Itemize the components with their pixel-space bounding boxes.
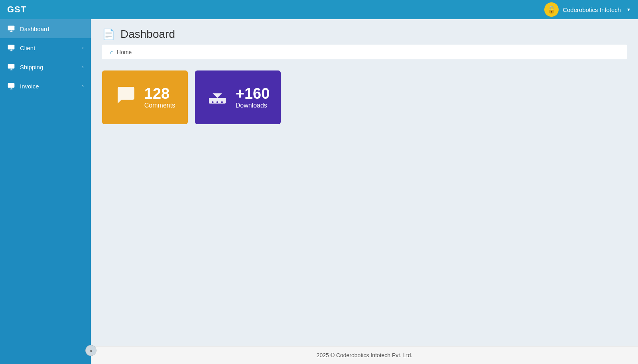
- page-title-icon: 📄: [102, 28, 115, 41]
- chevron-down-icon: ▼: [626, 7, 631, 12]
- chevron-right-icon: ›: [82, 45, 84, 51]
- footer-text: 2025 © Coderobotics Infotech Pvt. Ltd.: [317, 352, 413, 358]
- main-layout: Dashboard Client › Shipping › Invoice › …: [0, 19, 638, 364]
- chevron-right-icon-3: ›: [82, 83, 84, 89]
- lock-icon: 🔒: [544, 2, 559, 17]
- footer: 2025 © Coderobotics Infotech Pvt. Ltd.: [91, 346, 638, 364]
- sidebar-label-dashboard: Dashboard: [20, 25, 84, 32]
- app-logo: GST: [7, 4, 26, 15]
- svg-rect-0: [8, 26, 15, 31]
- page-header: 📄 Dashboard: [91, 19, 638, 45]
- sidebar-label-shipping: Shipping: [20, 64, 77, 70]
- comments-info: 128 Comments: [144, 86, 175, 110]
- home-icon: ⌂: [110, 49, 114, 55]
- user-name: Coderobotics Infotech: [563, 6, 621, 13]
- sidebar-item-invoice[interactable]: Invoice ›: [0, 76, 91, 96]
- breadcrumb-home: Home: [117, 49, 132, 55]
- client-icon: [7, 44, 15, 52]
- svg-rect-6: [8, 64, 15, 69]
- breadcrumb: ⌂ Home: [102, 45, 627, 59]
- svg-point-15: [216, 101, 218, 103]
- header: GST 🔒 Coderobotics Infotech ▼: [0, 0, 638, 19]
- user-menu[interactable]: 🔒 Coderobotics Infotech ▼: [544, 2, 631, 17]
- invoice-icon: [7, 82, 15, 90]
- sidebar-item-dashboard[interactable]: Dashboard: [0, 19, 91, 38]
- downloads-label: Downloads: [236, 102, 267, 109]
- main-content: 📄 Dashboard ⌂ Home 128 Comments: [91, 19, 638, 364]
- sidebar-item-client[interactable]: Client ›: [0, 38, 91, 57]
- downloads-info: +160 Downloads: [236, 86, 270, 110]
- downloads-icon: [206, 84, 228, 111]
- comments-card[interactable]: 128 Comments: [102, 70, 188, 124]
- sidebar-item-shipping[interactable]: Shipping ›: [0, 57, 91, 76]
- comments-count: 128: [144, 86, 169, 102]
- chevron-right-icon-2: ›: [82, 64, 84, 70]
- downloads-count: +160: [236, 86, 270, 102]
- svg-rect-9: [8, 83, 15, 88]
- svg-point-14: [212, 101, 214, 103]
- shipping-icon: [7, 63, 15, 71]
- downloads-card[interactable]: +160 Downloads: [195, 70, 281, 124]
- sidebar: Dashboard Client › Shipping › Invoice › …: [0, 19, 91, 364]
- dashboard-icon: [7, 25, 15, 33]
- svg-point-16: [221, 101, 223, 103]
- comments-icon: [115, 84, 137, 111]
- sidebar-label-invoice: Invoice: [20, 83, 77, 90]
- cards-area: 128 Comments: [91, 59, 638, 135]
- sidebar-collapse-button[interactable]: «: [85, 345, 96, 356]
- page-title: Dashboard: [120, 28, 175, 41]
- svg-rect-3: [8, 45, 15, 50]
- comments-label: Comments: [144, 102, 175, 109]
- sidebar-label-client: Client: [20, 45, 77, 51]
